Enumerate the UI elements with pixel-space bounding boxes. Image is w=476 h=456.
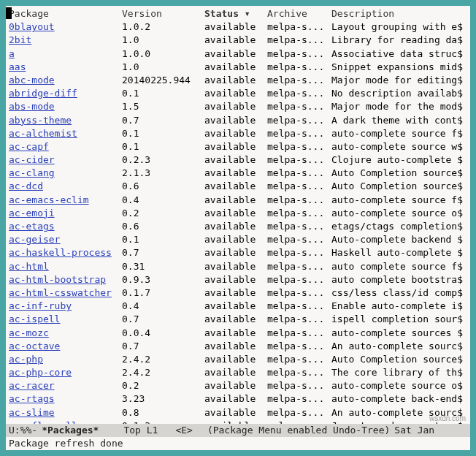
package-name-link[interactable]: ac-rtags bbox=[9, 393, 55, 404]
package-name-link[interactable]: abc-mode bbox=[9, 75, 55, 86]
package-name-link[interactable]: ac-emoji bbox=[9, 208, 55, 218]
package-name-link[interactable]: aas bbox=[9, 61, 26, 72]
package-row[interactable]: 2bit1.0availablemelpa-s...Library for re… bbox=[9, 34, 467, 47]
package-name-link[interactable]: ac-etags bbox=[9, 221, 55, 232]
package-row[interactable]: abc-mode20140225.944availablemelpa-s...M… bbox=[9, 74, 467, 87]
package-row[interactable]: abridge-diff0.1availablemelpa-s...No des… bbox=[9, 87, 467, 100]
package-archive: melpa-s... bbox=[267, 273, 331, 286]
header-description[interactable]: Description bbox=[331, 7, 467, 20]
package-archive: melpa-s... bbox=[267, 327, 331, 340]
modeline-buffer-name: *Packages* bbox=[42, 424, 99, 437]
package-row[interactable]: 0blayout1.0.2availablemelpa-s...Layout g… bbox=[9, 20, 467, 34]
package-version: 3.23 bbox=[122, 392, 204, 406]
package-row[interactable]: ac-php-core2.4.2availablemelpa-s...The c… bbox=[9, 366, 467, 379]
package-row[interactable]: ac-html-bootstrap0.9.3availablemelpa-s..… bbox=[9, 273, 467, 286]
package-description: auto-complete back-end$ bbox=[331, 392, 467, 406]
minibuffer[interactable]: Package refresh done bbox=[6, 437, 470, 450]
package-row[interactable]: ac-alchemist0.1availablemelpa-s...auto-c… bbox=[9, 127, 467, 140]
package-row[interactable]: ac-ispell0.7availablemelpa-s...ispell co… bbox=[9, 313, 467, 326]
modeline-encoding: <E> bbox=[175, 424, 192, 437]
package-row[interactable]: ac-html-csswatcher0.1.7availablemelpa-s.… bbox=[9, 286, 467, 300]
package-version: 2.4.2 bbox=[122, 366, 204, 379]
package-name-link[interactable]: ac-cider bbox=[9, 154, 55, 165]
package-description: Library for reading da$ bbox=[331, 34, 467, 47]
package-description: The core library of th$ bbox=[331, 366, 467, 379]
package-name-link[interactable]: ac-ispell bbox=[9, 314, 60, 324]
package-row[interactable]: ac-cider0.2.3availablemelpa-s...Clojure … bbox=[9, 153, 467, 167]
package-name-link[interactable]: 2bit bbox=[9, 34, 31, 45]
package-row[interactable]: a1.0.0availablemelpa-s...Associative dat… bbox=[9, 48, 467, 61]
package-row[interactable]: ac-etags0.6availablemelpa-s...etags/ctag… bbox=[9, 220, 467, 233]
package-row[interactable]: ac-emacs-eclim0.4availablemelpa-s...auto… bbox=[9, 194, 467, 207]
package-version: 0.8 bbox=[122, 406, 204, 419]
package-name-link[interactable]: ac-dcd bbox=[9, 180, 43, 191]
package-row[interactable]: ac-geiser0.1availablemelpa-s...Auto-comp… bbox=[9, 233, 467, 246]
header-package[interactable]: Package bbox=[9, 7, 122, 20]
package-row[interactable]: aas1.0availablemelpa-s...Snippet expansi… bbox=[9, 61, 467, 74]
package-row[interactable]: ac-racer0.2availablemelpa-s...auto-compl… bbox=[9, 379, 467, 392]
package-name-link[interactable]: a bbox=[9, 48, 15, 59]
package-name-link[interactable]: ac-php bbox=[9, 354, 43, 365]
package-version: 0.1 bbox=[122, 87, 204, 100]
package-row[interactable]: abs-mode1.5availablemelpa-s...Major mode… bbox=[9, 100, 467, 113]
package-name-link[interactable]: ac-capf bbox=[9, 141, 49, 152]
package-name-link[interactable]: ac-mozc bbox=[9, 327, 49, 338]
package-description: Enable auto-complete i$ bbox=[331, 300, 467, 313]
package-row[interactable]: ac-dcd0.6availablemelpa-s...Auto Complet… bbox=[9, 180, 467, 193]
package-name-link[interactable]: abridge-diff bbox=[9, 88, 77, 99]
package-name-link[interactable]: ac-php-core bbox=[9, 367, 72, 378]
package-name-link[interactable]: 0blayout bbox=[9, 21, 55, 32]
package-version: 0.7 bbox=[122, 340, 204, 353]
package-row[interactable]: ac-rtags3.23availablemelpa-s...auto-comp… bbox=[9, 392, 467, 406]
package-archive: melpa-s... bbox=[267, 140, 331, 153]
package-name-link[interactable]: ac-racer bbox=[9, 380, 55, 391]
package-status: available bbox=[204, 207, 267, 220]
package-row[interactable]: ac-clang2.1.3availablemelpa-s...Auto Com… bbox=[9, 167, 467, 180]
package-status: available bbox=[204, 233, 267, 246]
package-version: 0.31 bbox=[122, 260, 204, 273]
package-name-link[interactable]: ac-html-bootstrap bbox=[9, 274, 106, 285]
package-version: 0.4 bbox=[122, 300, 204, 313]
package-name-link[interactable]: ac-html-csswatcher bbox=[9, 287, 112, 298]
package-status: available bbox=[204, 327, 267, 340]
package-name-link[interactable]: abs-mode bbox=[9, 101, 55, 112]
package-row[interactable]: abyss-theme0.7availablemelpa-s...A dark … bbox=[9, 114, 467, 127]
package-row[interactable]: ac-mozc0.0.4availablemelpa-s...auto-comp… bbox=[9, 327, 467, 340]
header-status[interactable]: Status ▾ bbox=[204, 7, 267, 20]
package-description: auto-complete source f$ bbox=[331, 127, 467, 140]
sort-indicator-icon: ▾ bbox=[245, 8, 250, 19]
package-name-link[interactable]: ac-haskell-process bbox=[9, 247, 112, 258]
header-row[interactable]: Package Version Status ▾ Archive Descrip… bbox=[9, 7, 467, 20]
package-row[interactable]: ac-capf0.1availablemelpa-s...auto-comple… bbox=[9, 140, 467, 153]
modeline-modes: (Package Menu enabled Undo-Tree) bbox=[207, 424, 390, 437]
package-description: Snippet expansions mid$ bbox=[331, 61, 467, 74]
package-name-link[interactable]: ac-octave bbox=[9, 341, 60, 352]
package-row[interactable]: ac-html0.31availablemelpa-s...auto compl… bbox=[9, 260, 467, 273]
package-row[interactable]: ac-octave0.7availablemelpa-s...An auto-c… bbox=[9, 340, 467, 353]
package-archive: melpa-s... bbox=[267, 167, 331, 180]
package-description: auto-complete sources $ bbox=[331, 327, 467, 340]
package-version: 0.7 bbox=[122, 246, 204, 259]
header-version[interactable]: Version bbox=[122, 7, 204, 20]
package-archive: melpa-s... bbox=[267, 61, 331, 74]
package-version: 1.0 bbox=[122, 34, 204, 47]
package-version: 0.1 bbox=[122, 127, 204, 140]
package-name-link[interactable]: ac-emacs-eclim bbox=[9, 194, 89, 205]
package-name-link[interactable]: ac-html bbox=[9, 261, 49, 272]
package-list-buffer[interactable]: Package Version Status ▾ Archive Descrip… bbox=[6, 6, 470, 424]
package-row[interactable]: ac-slime0.8availablemelpa-s...An auto-co… bbox=[9, 406, 467, 419]
package-name-link[interactable]: ac-clang bbox=[9, 167, 55, 178]
package-version: 0.4 bbox=[122, 194, 204, 207]
package-status: available bbox=[204, 153, 267, 167]
package-name-link[interactable]: ac-alchemist bbox=[9, 128, 77, 139]
package-row[interactable]: ac-inf-ruby0.4availablemelpa-s...Enable … bbox=[9, 300, 467, 313]
package-name-link[interactable]: ac-inf-ruby bbox=[9, 300, 72, 311]
package-row[interactable]: ac-php2.4.2availablemelpa-s...Auto Compl… bbox=[9, 353, 467, 366]
package-name-link[interactable]: abyss-theme bbox=[9, 115, 72, 126]
header-archive[interactable]: Archive bbox=[267, 7, 331, 20]
package-row[interactable]: ac-emoji0.2availablemelpa-s...auto-compl… bbox=[9, 207, 467, 220]
package-name-link[interactable]: ac-geiser bbox=[9, 234, 60, 245]
package-name-link[interactable]: ac-slime bbox=[9, 407, 55, 418]
package-row[interactable]: ac-haskell-process0.7availablemelpa-s...… bbox=[9, 246, 467, 259]
package-archive: melpa-s... bbox=[267, 300, 331, 313]
